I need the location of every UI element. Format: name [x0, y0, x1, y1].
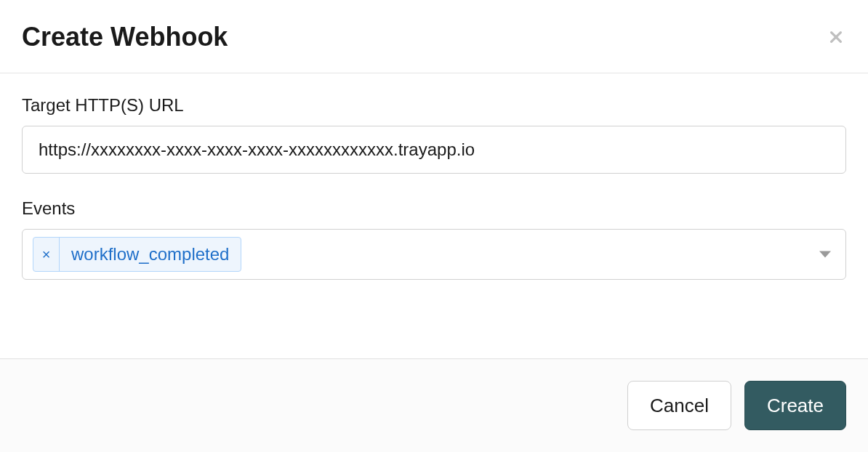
url-label: Target HTTP(S) URL: [22, 95, 846, 116]
target-url-input[interactable]: [22, 126, 846, 174]
events-label: Events: [22, 198, 846, 219]
cancel-button[interactable]: Cancel: [627, 381, 731, 430]
create-button[interactable]: Create: [744, 381, 846, 430]
events-field-group: Events × workflow_completed: [22, 198, 846, 280]
event-tag: × workflow_completed: [33, 237, 241, 272]
event-tag-label: workflow_completed: [60, 244, 241, 265]
events-multiselect[interactable]: × workflow_completed: [22, 229, 846, 280]
url-field-group: Target HTTP(S) URL: [22, 95, 846, 174]
create-webhook-modal: Create Webhook Target HTTP(S) URL Events…: [0, 0, 868, 452]
modal-footer: Cancel Create: [0, 358, 868, 452]
modal-title: Create Webhook: [22, 22, 228, 52]
chevron-down-icon[interactable]: [819, 251, 831, 258]
close-icon[interactable]: [826, 27, 846, 47]
tag-remove-icon[interactable]: ×: [33, 238, 60, 271]
modal-body: Target HTTP(S) URL Events × workflow_com…: [0, 73, 868, 358]
modal-header: Create Webhook: [0, 0, 868, 73]
